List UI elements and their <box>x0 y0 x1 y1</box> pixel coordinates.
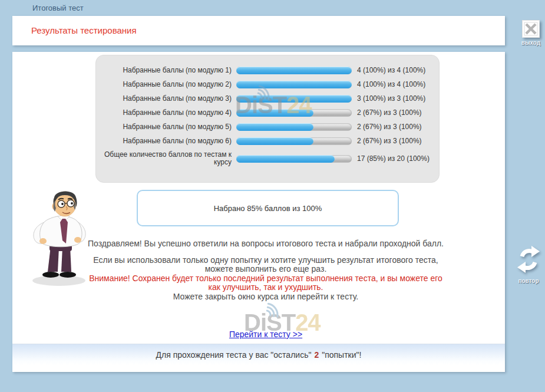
result-row-label: Набранные баллы (по модулю 4) <box>100 109 232 117</box>
signal-waves-icon <box>262 299 286 318</box>
progress-bar-fill <box>236 95 352 103</box>
progress-bar-track <box>236 137 352 145</box>
progress-bar-fill <box>236 81 352 88</box>
retry-info-text: Если вы использовали только одну попытку… <box>83 256 448 274</box>
exit-button[interactable]: выход <box>513 20 545 46</box>
repeat-button[interactable]: повтор <box>510 245 545 284</box>
link-row: Перейти к тесту >> <box>83 329 448 340</box>
result-row: Набранные баллы (по модулю 3)3 (100%) из… <box>100 94 435 103</box>
attempts-suffix: "попытки"! <box>322 350 361 360</box>
result-row-value: 2 (67%) из 3 (100%) <box>357 137 422 145</box>
progress-bar-track <box>236 155 352 163</box>
result-row-value: 4 (100%) из 4 (100%) <box>357 80 425 88</box>
result-row-label: Набранные баллы (по модулю 2) <box>100 81 232 88</box>
exit-button-label: выход <box>513 39 545 46</box>
close-icon <box>522 20 540 38</box>
attempts-count: 2 <box>314 350 319 360</box>
progress-bar-track <box>236 67 352 74</box>
result-row-label: Набранные баллы (по модулю 5) <box>100 123 232 131</box>
result-row: Набранные баллы (по модулю 4)2 (67%) из … <box>100 108 435 117</box>
repeat-button-label: повтор <box>510 278 545 284</box>
goto-test-link[interactable]: Перейти к тесту >> <box>229 330 302 339</box>
page-title: Результаты тестирования <box>31 25 137 35</box>
result-row-label: Набранные баллы (по модулю 6) <box>100 137 232 145</box>
attempts-prefix: Для прохождения теста у вас "остались" <box>156 350 312 360</box>
progress-bar-fill <box>236 67 352 74</box>
progress-bar-fill <box>236 155 335 163</box>
window-title: Итоговый тест <box>32 4 84 12</box>
repeat-icon <box>514 245 543 274</box>
progress-bar-track <box>236 81 352 88</box>
header-panel: Результаты тестирования <box>12 16 505 45</box>
score-text: Набрано 85% баллов из 100% <box>214 204 322 213</box>
result-row: Набранные баллы (по модулю 6)2 (67%) из … <box>100 137 435 145</box>
result-row-value: 3 (100%) из 3 (100%) <box>357 94 425 103</box>
score-box: Набрано 85% баллов из 100% <box>137 190 399 226</box>
warning-text: Внимание! Сохранен будет только последни… <box>83 274 448 292</box>
result-row-value: 4 (100%) из 4 (100%) <box>357 66 425 74</box>
main-panel: Набранные баллы (по модулю 1)4 (100%) из… <box>12 52 505 372</box>
result-row: Набранные баллы (по модулю 2)4 (100%) из… <box>100 80 435 88</box>
results-panel: Набранные баллы (по модулю 1)4 (100%) из… <box>95 55 440 183</box>
result-row-value: 17 (85%) из 20 (100%) <box>357 154 430 163</box>
progress-bar-track <box>236 123 352 131</box>
progress-bar-track <box>236 95 352 103</box>
result-row-label: Набранные баллы (по модулю 1) <box>100 67 232 74</box>
results-rows: Набранные баллы (по модулю 1)4 (100%) из… <box>100 66 435 172</box>
progress-bar-fill <box>236 109 313 117</box>
result-row: Общее количество баллов по тестам к курс… <box>100 151 435 166</box>
attempts-bar: Для прохождения теста у вас "остались" 2… <box>12 344 505 365</box>
result-messages: Поздравляем! Вы успешно ответили на вопр… <box>83 239 448 301</box>
progress-bar-track <box>236 109 352 117</box>
progress-bar-fill <box>236 123 313 131</box>
result-row-label: Набранные баллы (по модулю 3) <box>100 95 232 103</box>
result-row: Набранные баллы (по модулю 1)4 (100%) из… <box>100 66 435 74</box>
result-row-label: Общее количество баллов по тестам к курс… <box>100 151 232 166</box>
result-row-value: 2 (67%) из 3 (100%) <box>357 108 422 117</box>
closing-text: Можете закрыть окно курса или перейти к … <box>83 292 448 302</box>
congrats-text: Поздравляем! Вы успешно ответили на вопр… <box>83 239 448 249</box>
progress-bar-fill <box>236 137 313 145</box>
page: Итоговый тест Результаты тестирования вы… <box>0 0 545 392</box>
result-row: Набранные баллы (по модулю 5)2 (67%) из … <box>100 123 435 131</box>
result-row-value: 2 (67%) из 3 (100%) <box>357 123 422 131</box>
